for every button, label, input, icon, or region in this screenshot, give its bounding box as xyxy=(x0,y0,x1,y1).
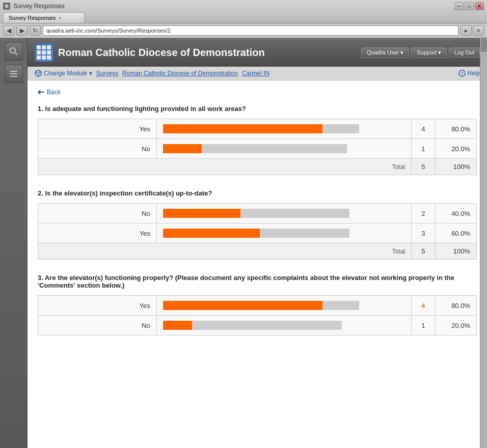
support-button[interactable]: Support ▾ xyxy=(411,47,447,58)
sidebar-search-button[interactable] xyxy=(5,42,23,61)
response-count: 1 xyxy=(411,316,435,335)
total-pct: 100% xyxy=(435,243,476,260)
bar-cell xyxy=(156,119,411,139)
header-nav: Quadra User ▾ Support ▾ Log Out xyxy=(361,47,480,58)
change-module-button[interactable]: Change Module ▾ xyxy=(35,70,92,77)
total-row: Total 5 100% xyxy=(38,159,477,175)
total-count: 5 xyxy=(411,243,435,260)
window-controls: — □ ✕ xyxy=(454,2,484,10)
orange-bar xyxy=(163,144,202,153)
response-label: Yes xyxy=(38,119,157,139)
sidebar xyxy=(0,38,28,448)
tab-close-button[interactable]: × xyxy=(59,15,62,21)
list-icon xyxy=(9,69,18,78)
minimize-button[interactable]: — xyxy=(454,2,464,10)
response-pct: 40.0% xyxy=(435,204,476,223)
svg-point-12 xyxy=(39,72,41,73)
svg-line-5 xyxy=(15,52,17,55)
extensions-button[interactable]: ▸ xyxy=(461,25,472,36)
address-bar: ◀ ▶ ↻ quadra.aeti-inc.com/Surveys/Survey… xyxy=(0,23,487,38)
search-icon xyxy=(9,47,18,56)
table-row: Yes 4 80.0% xyxy=(38,119,477,139)
active-tab[interactable]: Survey Responses × xyxy=(3,12,85,23)
app-title: Roman Catholic Diocese of Demonstration xyxy=(58,47,265,59)
question-1-title: 1. Is adequate and functioning lighting … xyxy=(38,105,477,113)
table-row: No 2 40.0% xyxy=(38,204,477,223)
quadra-user-button[interactable]: Quadra User ▾ xyxy=(361,47,409,58)
total-count: 5 xyxy=(411,159,435,175)
back-link[interactable]: Back xyxy=(38,89,477,96)
breadcrumb-diocese[interactable]: Roman Catholic Diocese of Demonstration xyxy=(122,70,238,77)
close-button[interactable]: ✕ xyxy=(475,2,484,10)
response-label: No xyxy=(38,316,157,335)
response-pct: 20.0% xyxy=(435,139,476,159)
total-label: Total xyxy=(38,159,412,175)
refresh-button[interactable]: ↻ xyxy=(30,25,41,36)
tab-title: Survey Responses xyxy=(13,3,65,10)
svg-point-3 xyxy=(6,7,7,8)
gray-bar xyxy=(260,229,349,238)
bar-cell xyxy=(156,139,411,159)
gray-bar xyxy=(240,209,349,218)
response-count: 2 xyxy=(411,204,435,223)
tab-label: Survey Responses xyxy=(9,15,56,21)
response-label: No xyxy=(38,139,157,159)
browser-title: Survey Responses xyxy=(3,3,454,10)
breadcrumb-surveys[interactable]: Surveys xyxy=(96,70,118,77)
question-1-table: Yes 4 80.0% No xyxy=(38,119,477,175)
svg-rect-7 xyxy=(10,73,17,74)
bar-cell xyxy=(156,223,411,243)
question-3-title: 3. Are the elevator(s) functioning prope… xyxy=(38,274,477,289)
gray-bar xyxy=(192,321,342,330)
module-icon xyxy=(35,70,42,77)
table-row: No 1 20.0% xyxy=(38,316,477,335)
content-area: Roman Catholic Diocese of Demonstration … xyxy=(28,38,487,448)
breadcrumb-location[interactable]: Carmel IN xyxy=(242,70,269,77)
svg-rect-8 xyxy=(10,76,17,77)
app-logo: Roman Catholic Diocese of Demonstration xyxy=(35,43,265,62)
url-input[interactable]: quadra.aeti-inc.com/Surveys/Survey/Respo… xyxy=(43,25,458,36)
svg-point-9 xyxy=(35,70,41,76)
page-content: Back 1. Is adequate and functioning ligh… xyxy=(28,80,487,448)
menu-button[interactable]: ≡ xyxy=(473,25,484,36)
orange-bar xyxy=(163,124,323,133)
response-count: 4 xyxy=(411,119,435,139)
maximize-button[interactable]: □ xyxy=(465,2,474,10)
response-pct: 60.0% xyxy=(435,223,476,243)
help-button[interactable]: ? Help xyxy=(458,70,480,77)
gray-bar xyxy=(202,144,347,153)
help-icon: ? xyxy=(458,70,466,77)
svg-point-2 xyxy=(7,5,8,6)
response-label: Yes xyxy=(38,223,157,243)
response-count: 4 xyxy=(411,296,435,316)
scrollbar-track[interactable] xyxy=(480,37,487,448)
back-button[interactable]: ◀ xyxy=(3,25,14,36)
svg-point-4 xyxy=(10,48,15,53)
svg-point-11 xyxy=(38,74,39,75)
svg-rect-6 xyxy=(10,71,17,72)
logo-icon xyxy=(35,43,53,62)
orange-bar xyxy=(163,229,260,238)
total-pct: 100% xyxy=(435,159,476,175)
total-row: Total 5 100% xyxy=(38,243,477,260)
response-pct: 80.0% xyxy=(435,296,476,316)
forward-button[interactable]: ▶ xyxy=(16,25,28,36)
gray-bar xyxy=(322,124,359,133)
response-count: 3 xyxy=(411,223,435,243)
breadcrumb-nav: Change Module ▾ Surveys Roman Catholic D… xyxy=(28,67,487,80)
app-header: Roman Catholic Diocese of Demonstration … xyxy=(28,38,487,67)
question-2-title: 2. Is the elevator(s) inspection certifi… xyxy=(38,189,477,197)
scrollbar-thumb[interactable] xyxy=(481,38,487,52)
bar-cell xyxy=(156,296,411,316)
gray-bar xyxy=(322,301,359,310)
response-pct: 20.0% xyxy=(435,316,476,335)
svg-point-1 xyxy=(5,5,6,6)
logout-button[interactable]: Log Out xyxy=(449,47,480,58)
response-label: Yes xyxy=(38,296,157,316)
table-row: No 1 20.0% xyxy=(38,139,477,159)
table-row: Yes 3 60.0% xyxy=(38,223,477,243)
bar-cell xyxy=(156,316,411,335)
browser-app-icon xyxy=(3,3,10,10)
question-1-block: 1. Is adequate and functioning lighting … xyxy=(38,105,477,175)
sidebar-list-button[interactable] xyxy=(5,65,23,83)
